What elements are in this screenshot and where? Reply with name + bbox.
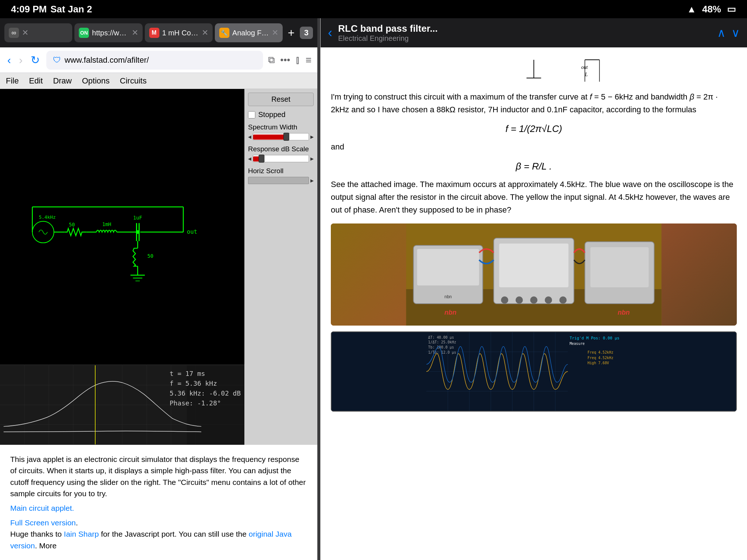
so-circuit-partial: out L [331, 56, 737, 89]
scope-screen-mini: Trig'd M Pos: 0.00 μs Measure ΔT: 40.00 … [331, 331, 737, 412]
link3-prefix: Huge thanks to [10, 530, 64, 538]
stopped-checkbox-input[interactable] [248, 111, 255, 118]
status-bar-left: 4:09 PM Sat Jan 2 [11, 4, 92, 15]
reload-button[interactable]: ↻ [29, 52, 41, 68]
svg-text:ΔT: 40.00 μs: ΔT: 40.00 μs [428, 335, 454, 339]
tab-add-button[interactable]: + [285, 26, 298, 40]
tab-infinity[interactable]: ∞ ✕ [4, 23, 72, 42]
tab-on[interactable]: ON https://www.onsem... ✕ [74, 23, 142, 42]
stopped-checkbox[interactable]: Stopped [248, 110, 314, 119]
forward-button[interactable]: › [18, 52, 24, 68]
tab-bar: ∞ ✕ ON https://www.onsem... ✕ M 1 mH Com… [0, 18, 317, 47]
link3-suffix: . More [35, 541, 57, 550]
svg-rect-51 [499, 244, 569, 287]
response-db-track[interactable] [253, 155, 309, 162]
iain-sharp-link[interactable]: Iain Sharp [64, 530, 99, 538]
reset-button[interactable]: Reset [248, 93, 314, 106]
so-lab-image: nbn [331, 223, 737, 326]
svg-text:1/Tb: 12.0 μs: 1/Tb: 12.0 μs [428, 350, 456, 354]
so-title: RLC band pass filter... [338, 23, 711, 34]
battery-percent: 48% [702, 4, 721, 15]
sidebar-button[interactable]: ⫿ [295, 54, 301, 66]
main-circuit-link[interactable]: Main circuit applet. [10, 504, 74, 512]
scope-area: t = 17 ms f = 5.36 kHz 5.36 kHz: -6.02 d… [0, 365, 244, 445]
scope-db: 5.36 kHz: -6.02 dB [170, 388, 241, 398]
svg-text:50: 50 [69, 222, 75, 228]
menu-options[interactable]: Options [82, 76, 110, 86]
url-field[interactable]: 🛡 www.falstad.com/afilter/ [46, 51, 263, 70]
shield-icon: 🛡 [53, 55, 61, 65]
tab-close-on[interactable]: ✕ [132, 28, 138, 38]
link3-mid: for the Javascript port. You can still u… [99, 530, 249, 538]
scope-mini-svg: Trig'd M Pos: 0.00 μs Measure ΔT: 40.00 … [332, 332, 736, 411]
lab-equipment-display: nbn [331, 223, 737, 326]
back-button[interactable]: ‹ [6, 52, 12, 68]
tab-icon-analog: 🔧 [219, 28, 229, 38]
response-db-slider-row: ◂ ▸ [248, 155, 314, 163]
circuit-svg: 50 1mH 1uF [0, 89, 244, 365]
tab-count[interactable]: 3 [300, 27, 313, 39]
so-back-button[interactable]: ‹ [328, 25, 332, 40]
so-panel: ‹ RLC band pass filter... Electrical Eng… [320, 18, 747, 560]
svg-point-56 [560, 296, 567, 304]
link2-suffix: . [76, 518, 78, 527]
tab-close-analog[interactable]: ✕ [272, 28, 278, 38]
spectrum-right-arrow[interactable]: ▸ [310, 133, 314, 141]
simulator-container: 50 1mH 1uF [0, 89, 317, 445]
lab-svg: nbn [331, 223, 737, 326]
menu-draw[interactable]: Draw [53, 76, 71, 86]
fullscreen-link[interactable]: Full Screen version [10, 518, 76, 527]
svg-text:nbn: nbn [445, 309, 457, 316]
so-content: out L I'm trying to construct this circu… [321, 47, 747, 560]
scope-info: t = 17 ms f = 5.36 kHz 5.36 kHz: -6.02 d… [170, 369, 241, 408]
tab-close-infinity[interactable]: ✕ [22, 28, 28, 38]
horiz-right-arrow[interactable]: ▸ [310, 176, 314, 184]
horiz-scroll-label: Horiz Scroll [248, 167, 314, 175]
response-thumb [259, 155, 264, 163]
circuit-top: 50 1mH 1uF [0, 89, 244, 365]
spectrum-width-group: Spectrum Width ◂ ▸ [248, 123, 314, 141]
link2-section: Full Screen version. [10, 517, 307, 529]
tab-close-m[interactable]: ✕ [202, 28, 208, 38]
response-left-arrow[interactable]: ◂ [248, 155, 251, 163]
svg-text:nbn: nbn [444, 294, 452, 299]
tab-analog-filter[interactable]: 🔧 Analog Filter Appl... ✕ [215, 23, 283, 42]
response-right-arrow[interactable]: ▸ [310, 155, 314, 163]
so-up-button[interactable]: ∧ [717, 26, 725, 40]
svg-rect-0 [0, 160, 244, 293]
url-bar: ‹ › ↻ 🛡 www.falstad.com/afilter/ ⧉ ••• ⫿… [0, 47, 317, 73]
horiz-scroll-track[interactable] [248, 177, 309, 184]
tab-m[interactable]: M 1 mH Common Mod... ✕ [145, 23, 213, 42]
url-text: www.falstad.com/afilter/ [65, 55, 256, 65]
spectrum-width-slider-row: ◂ ▸ [248, 133, 314, 141]
scope-phase: Phase: -1.28° [170, 398, 241, 408]
app-menu-bar: File Edit Draw Options Circuits [0, 73, 317, 89]
svg-text:Tb: 100.0 μs: Tb: 100.0 μs [428, 345, 454, 349]
copy-button[interactable]: ⧉ [268, 54, 275, 66]
menu-edit[interactable]: Edit [29, 76, 43, 86]
svg-text:Measure: Measure [570, 342, 585, 346]
svg-point-10 [136, 230, 139, 234]
status-bar-right: ▲ 48% ▭ [687, 4, 736, 15]
menu-button[interactable]: ≡ [306, 54, 311, 66]
so-subtitle: Electrical Engineering [338, 34, 711, 43]
horiz-scroll-group: Horiz Scroll ▸ [248, 167, 314, 184]
more-button[interactable]: ••• [280, 54, 290, 66]
link1-section: Main circuit applet. [10, 504, 307, 513]
so-down-button[interactable]: ∨ [731, 26, 740, 40]
tab-title-m: 1 mH Common Mod... [162, 29, 199, 37]
svg-rect-48 [417, 249, 479, 285]
svg-point-52 [501, 296, 508, 304]
so-para2: See the attached image. The maximum occu… [331, 178, 737, 217]
page-content: This java applet is an electronic circui… [0, 445, 317, 560]
menu-circuits[interactable]: Circuits [120, 76, 147, 86]
url-actions: ⧉ ••• ⫿ ≡ [268, 54, 311, 66]
spectrum-width-label: Spectrum Width [248, 123, 314, 131]
spectrum-left-arrow[interactable]: ◂ [248, 133, 251, 141]
so-and: and [331, 140, 737, 153]
svg-rect-58 [591, 247, 649, 287]
tab-title-analog: Analog Filter Appl... [232, 29, 269, 37]
spectrum-width-track[interactable] [253, 133, 309, 140]
main-area: ∞ ✕ ON https://www.onsem... ✕ M 1 mH Com… [0, 18, 747, 560]
menu-file[interactable]: File [6, 76, 19, 86]
